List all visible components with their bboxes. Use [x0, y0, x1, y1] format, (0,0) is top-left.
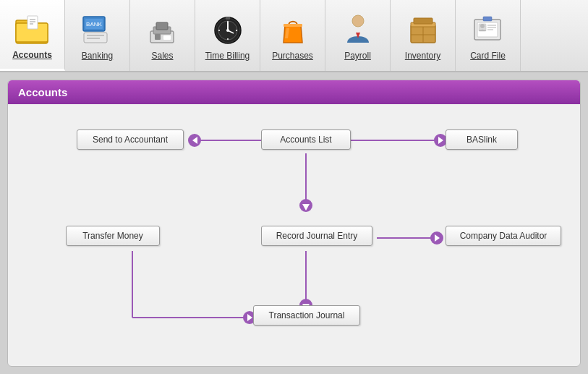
- svg-rect-36: [414, 18, 433, 24]
- svg-point-55: [430, 231, 443, 245]
- nav-item-sales[interactable]: Sales: [130, 0, 195, 71]
- section-body: BASlink -->: [8, 104, 580, 364]
- nav-label-time-billing: Time Billing: [205, 51, 250, 61]
- nav-label-card-file: Card File: [470, 51, 506, 61]
- nav-item-purchases[interactable]: Purchases: [260, 0, 325, 71]
- svg-marker-50: [438, 137, 443, 144]
- inventory-icon: [404, 10, 442, 48]
- baslink-button[interactable]: BASlink: [446, 129, 518, 150]
- accounts-list-button[interactable]: Accounts List: [261, 129, 351, 150]
- nav-item-inventory[interactable]: Inventory: [391, 0, 456, 71]
- svg-text:BANK: BANK: [86, 21, 102, 27]
- svg-rect-44: [483, 17, 492, 21]
- svg-rect-3: [27, 16, 38, 29]
- svg-marker-63: [247, 314, 252, 321]
- purchases-icon: [274, 10, 312, 48]
- banking-icon: BANK: [79, 10, 116, 48]
- svg-point-47: [188, 134, 201, 147]
- svg-marker-53: [302, 204, 310, 211]
- main-content: Accounts BASlink -->: [7, 80, 581, 367]
- svg-rect-16: [155, 34, 161, 40]
- transaction-journal-button[interactable]: Transaction Journal: [253, 305, 360, 326]
- svg-rect-10: [84, 33, 107, 43]
- svg-marker-48: [192, 137, 197, 144]
- top-navigation: Accounts BANK Banking Sale: [0, 0, 588, 72]
- svg-rect-30: [284, 24, 302, 27]
- transfer-money-button[interactable]: Transfer Money: [66, 226, 160, 246]
- accounts-icon: [14, 9, 51, 47]
- nav-label-banking: Banking: [82, 51, 113, 61]
- nav-item-accounts[interactable]: Accounts: [0, 0, 65, 71]
- card-file-icon: [469, 10, 507, 48]
- section-header: Accounts: [8, 80, 580, 104]
- svg-point-40: [480, 24, 485, 28]
- payroll-icon: [339, 10, 377, 48]
- svg-rect-17: [163, 35, 171, 40]
- nav-label-accounts: Accounts: [12, 50, 52, 60]
- nav-label-sales: Sales: [151, 51, 173, 61]
- flow-container: BASlink -->: [22, 119, 566, 349]
- sales-icon: [144, 10, 182, 48]
- time-billing-icon: [209, 10, 247, 48]
- nav-label-inventory: Inventory: [405, 51, 440, 61]
- nav-item-card-file[interactable]: Card File: [456, 0, 521, 71]
- nav-label-purchases: Purchases: [272, 51, 313, 61]
- record-journal-button[interactable]: Record Journal Entry: [261, 226, 372, 246]
- company-data-auditor-button[interactable]: Company Data Auditor: [446, 226, 561, 246]
- svg-marker-56: [435, 234, 440, 242]
- svg-point-52: [299, 199, 312, 212]
- svg-rect-29: [226, 17, 230, 20]
- nav-item-time-billing[interactable]: Time Billing: [195, 0, 260, 71]
- nav-item-banking[interactable]: BANK Banking: [65, 0, 130, 71]
- nav-item-payroll[interactable]: Payroll: [325, 0, 391, 71]
- send-to-accountant-button[interactable]: Send to Accountant: [77, 129, 184, 150]
- nav-label-payroll: Payroll: [344, 51, 371, 61]
- svg-rect-15: [156, 22, 168, 30]
- section-title: Accounts: [18, 86, 67, 98]
- svg-point-31: [352, 15, 364, 27]
